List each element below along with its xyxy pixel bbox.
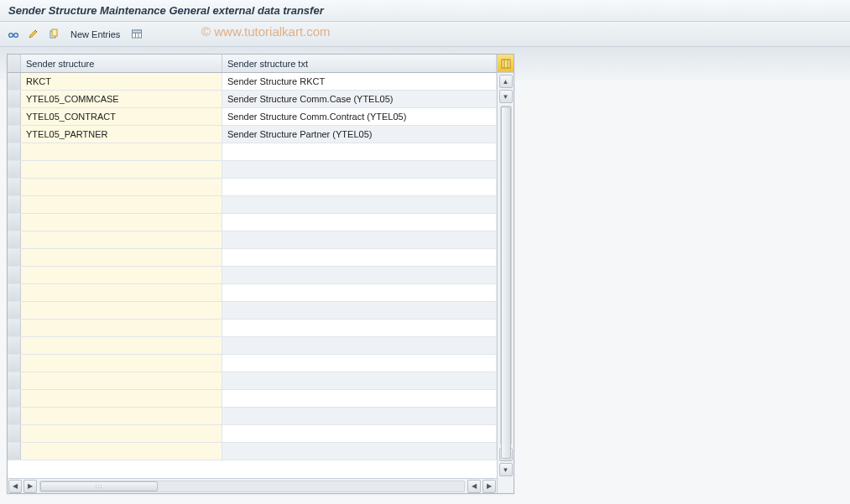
cell-sender-structure[interactable] — [21, 143, 222, 160]
svg-rect-6 — [502, 60, 510, 68]
side-corner — [498, 478, 514, 493]
table-row — [8, 390, 497, 408]
copy-button[interactable] — [45, 26, 62, 43]
cell-sender-structure-txt[interactable]: Sender Structure Comm.Case (YTEL05) — [222, 91, 497, 107]
cell-sender-structure[interactable] — [21, 214, 222, 231]
table-container: Sender structure Sender structure txt RK… — [7, 54, 514, 494]
row-selector[interactable] — [8, 126, 21, 143]
cell-sender-structure[interactable] — [21, 372, 222, 389]
row-selector[interactable] — [8, 390, 21, 407]
cell-sender-structure[interactable]: RKCT — [21, 73, 222, 90]
cell-sender-structure[interactable] — [21, 320, 222, 336]
table-main: Sender structure Sender structure txt RK… — [8, 55, 497, 493]
cell-sender-structure-txt[interactable]: Sender Structure Comm.Contract (YTEL05) — [222, 108, 497, 125]
row-selector[interactable] — [8, 73, 21, 90]
table-row — [8, 249, 497, 267]
table-row — [8, 355, 497, 372]
column-header-sender-structure-txt[interactable]: Sender structure txt — [222, 55, 497, 72]
cell-sender-structure-txt — [222, 231, 497, 248]
table-header: Sender structure Sender structure txt — [8, 55, 497, 73]
vertical-scroll-thumb[interactable] — [501, 107, 511, 459]
scroll-up-button[interactable]: ▲ — [499, 75, 513, 88]
cell-sender-structure[interactable] — [21, 284, 222, 301]
cell-sender-structure[interactable] — [21, 179, 222, 195]
cell-sender-structure-txt — [222, 284, 497, 301]
table-side: ▲ ▼ ▲ ▼ — [497, 55, 514, 493]
cell-sender-structure[interactable]: YTEL05_CONTRACT — [21, 108, 222, 125]
row-selector[interactable] — [8, 161, 21, 178]
cell-sender-structure-txt — [222, 267, 497, 283]
display-change-button[interactable] — [5, 26, 22, 43]
row-selector[interactable] — [8, 443, 21, 460]
table-row — [8, 179, 497, 196]
scroll-down-button[interactable]: ▼ — [499, 463, 513, 476]
table-row — [8, 284, 497, 302]
cell-sender-structure[interactable] — [21, 302, 222, 319]
row-selector[interactable] — [8, 408, 21, 424]
cell-sender-structure[interactable]: YTEL05_COMMCASE — [21, 91, 222, 107]
page-title: Sender Structure Maintenance General ext… — [8, 4, 324, 17]
cell-sender-structure-txt — [222, 372, 497, 389]
cell-sender-structure[interactable] — [21, 231, 222, 248]
new-entries-button[interactable]: New Entries — [65, 26, 125, 43]
scroll-left-step-button[interactable]: ◀ — [467, 480, 481, 493]
cell-sender-structure[interactable] — [21, 355, 222, 372]
row-selector[interactable] — [8, 337, 21, 354]
table-row: YTEL05_COMMCASESender Structure Comm.Cas… — [8, 91, 497, 108]
row-selector[interactable] — [8, 249, 21, 266]
row-selector[interactable] — [8, 179, 21, 195]
table-row — [8, 196, 497, 214]
scroll-right-step-button[interactable]: ▶ — [23, 480, 37, 493]
vertical-scroll-track[interactable] — [500, 106, 512, 445]
cell-sender-structure[interactable] — [21, 390, 222, 407]
row-selector[interactable] — [8, 355, 21, 372]
cell-sender-structure-txt — [222, 408, 497, 424]
cell-sender-structure[interactable] — [21, 443, 222, 460]
scroll-down-step-button[interactable]: ▼ — [499, 90, 513, 103]
cell-sender-structure-txt — [222, 302, 497, 319]
cell-sender-structure-txt — [222, 337, 497, 354]
cell-sender-structure[interactable] — [21, 267, 222, 283]
row-selector-header[interactable] — [8, 55, 21, 72]
row-selector[interactable] — [8, 372, 21, 389]
cell-sender-structure-txt — [222, 196, 497, 213]
row-selector[interactable] — [8, 108, 21, 125]
cell-sender-structure[interactable] — [21, 161, 222, 178]
row-selector[interactable] — [8, 91, 21, 107]
svg-rect-5 — [133, 30, 142, 33]
cell-sender-structure[interactable]: YTEL05_PARTNER — [21, 126, 222, 143]
cell-sender-structure[interactable] — [21, 196, 222, 213]
cell-sender-structure[interactable] — [21, 337, 222, 354]
configure-columns-button[interactable] — [498, 55, 514, 73]
horizontal-scroll-thumb[interactable]: ::: — [40, 481, 158, 491]
row-selector[interactable] — [8, 302, 21, 319]
horizontal-scroll-track[interactable]: ::: — [39, 481, 465, 492]
row-selector[interactable] — [8, 214, 21, 231]
table-row: YTEL05_CONTRACTSender Structure Comm.Con… — [8, 108, 497, 126]
row-selector[interactable] — [8, 320, 21, 336]
row-selector[interactable] — [8, 143, 21, 160]
pencil-icon — [28, 29, 39, 40]
row-selector[interactable] — [8, 231, 21, 248]
cell-sender-structure[interactable] — [21, 408, 222, 424]
table-row — [8, 372, 497, 390]
svg-rect-3 — [52, 29, 57, 36]
scroll-left-button[interactable]: ◀ — [8, 480, 22, 493]
change-button[interactable] — [25, 26, 42, 43]
row-selector[interactable] — [8, 267, 21, 283]
cell-sender-structure-txt[interactable]: Sender Structure RKCT — [222, 73, 497, 90]
toolbar: New Entries © www.tutorialkart.com — [0, 22, 850, 47]
horizontal-scrollbar: ◀ ▶ ::: ◀ ▶ — [8, 478, 497, 493]
row-selector[interactable] — [8, 425, 21, 442]
content-area: Sender structure Sender structure txt RK… — [0, 47, 850, 501]
cell-sender-structure[interactable] — [21, 249, 222, 266]
table-row — [8, 143, 497, 161]
cell-sender-structure-txt[interactable]: Sender Structure Partner (YTEL05) — [222, 126, 497, 143]
scroll-right-button[interactable]: ▶ — [482, 480, 496, 493]
row-selector[interactable] — [8, 284, 21, 301]
column-header-sender-structure[interactable]: Sender structure — [21, 55, 222, 72]
table-settings-button[interactable] — [128, 26, 145, 43]
watermark: © www.tutorialkart.com — [201, 24, 331, 39]
row-selector[interactable] — [8, 196, 21, 213]
cell-sender-structure[interactable] — [21, 425, 222, 442]
